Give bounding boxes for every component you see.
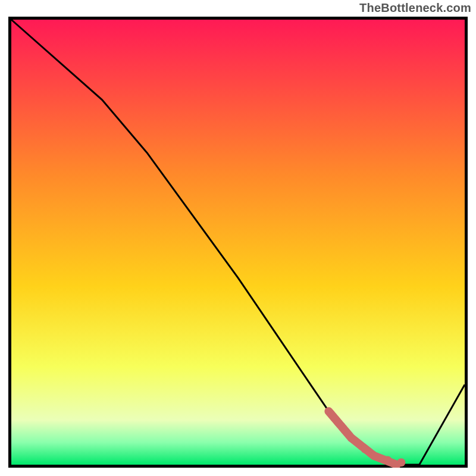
svg-point-0 — [361, 445, 369, 453]
heat-gradient — [11, 20, 465, 465]
svg-point-1 — [370, 452, 378, 460]
svg-point-2 — [384, 456, 392, 465]
attribution-label: TheBottleneck.com — [359, 1, 471, 15]
svg-point-3 — [397, 458, 405, 466]
bottleneck-chart — [8, 17, 468, 468]
